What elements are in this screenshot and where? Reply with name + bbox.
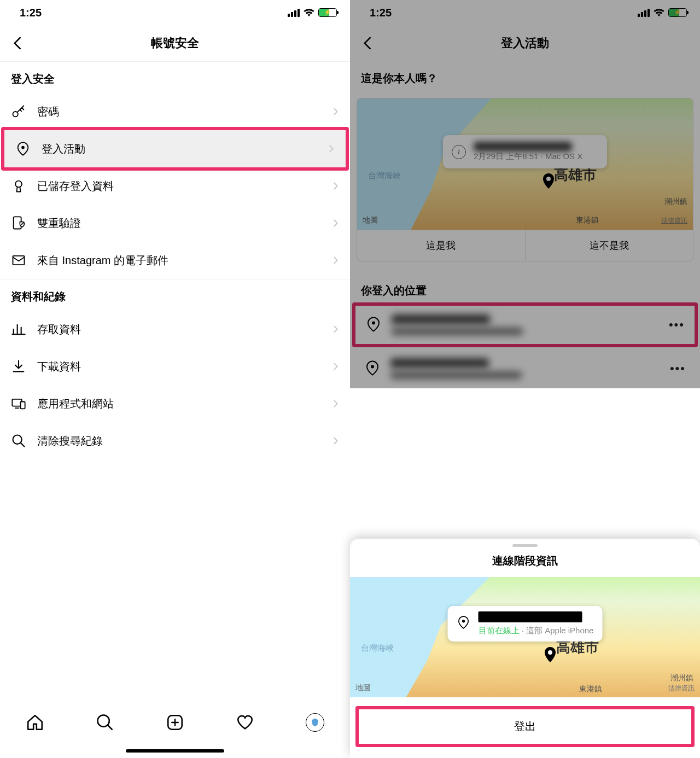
cellular-icon xyxy=(288,9,300,17)
svg-point-1 xyxy=(21,146,25,149)
profile-icon[interactable] xyxy=(306,713,324,732)
svg-point-10 xyxy=(546,177,551,181)
row-password[interactable]: 密碼 xyxy=(0,93,350,130)
devices-icon xyxy=(10,395,27,412)
label: 來自 Instagram 的電子郵件 xyxy=(37,253,320,268)
sea-label: 台灣海峽 xyxy=(368,171,401,181)
status-icons: ⚡ xyxy=(288,8,337,17)
login-time-device: 2月29日 上午8:51 · Mac OS X xyxy=(474,151,582,162)
sheet-handle[interactable] xyxy=(512,544,538,547)
session-status: 目前在線上 · 這部 Apple iPhone xyxy=(479,626,594,636)
online-status: 目前在線上 xyxy=(479,626,520,635)
chevron-right-icon xyxy=(330,255,340,265)
this-wasnt-me-button[interactable]: 這不是我 xyxy=(526,230,693,261)
is-this-you-title: 這是你本人嗎？ xyxy=(350,61,700,92)
redacted-detail xyxy=(390,371,522,379)
redacted-location xyxy=(474,142,572,151)
chevron-right-icon xyxy=(330,361,340,371)
status-bar: 1:25 ⚡ xyxy=(0,0,350,25)
add-post-icon[interactable] xyxy=(166,713,184,732)
svg-point-14 xyxy=(462,620,465,623)
back-icon[interactable] xyxy=(10,35,26,51)
chevron-right-icon xyxy=(326,144,336,154)
sea-label: 台灣海峽 xyxy=(361,643,394,654)
sheet-map[interactable]: 台灣海峽 高雄市 潮州鎮 東港鎮 地圖 法律資訊 目前在線上 · 這部 Appl… xyxy=(350,577,700,697)
session-info-sheet: 連線階段資訊 台灣海峽 高雄市 潮州鎮 東港鎮 地圖 法律資訊 目前在線上 · … xyxy=(350,539,700,758)
login-card: 台灣海峽 高雄市 潮州鎮 東港鎮 地圖 法律資訊 i 2月29日 上午8:51 … xyxy=(357,98,693,261)
svg-rect-4 xyxy=(13,256,25,265)
row-access-data[interactable]: 存取資料 xyxy=(0,311,350,348)
highlight-login-activity: 登入活動 xyxy=(1,127,349,171)
location-row[interactable]: ••• xyxy=(354,349,696,388)
redacted-location xyxy=(390,358,489,368)
wifi-icon xyxy=(303,8,315,17)
label: 已儲存登入資料 xyxy=(37,179,320,194)
login-info-bubble: i 2月29日 上午8:51 · Mac OS X xyxy=(443,135,607,168)
svg-point-11 xyxy=(372,322,375,325)
home-indicator xyxy=(126,749,224,753)
status-time: 1:25 xyxy=(370,7,392,19)
bar-chart-icon xyxy=(10,320,27,338)
svg-point-2 xyxy=(15,181,22,188)
town-label-1: 潮州鎮 xyxy=(664,197,687,207)
logout-button[interactable]: 登出 xyxy=(359,709,691,744)
search-icon xyxy=(10,432,27,450)
apple-maps-label: 地圖 xyxy=(363,215,378,225)
label: 清除搜尋紀錄 xyxy=(37,434,320,448)
chevron-right-icon xyxy=(330,107,340,116)
location-row[interactable]: ••• xyxy=(355,306,695,344)
more-dots-icon[interactable]: ••• xyxy=(670,361,686,376)
row-download-data[interactable]: 下載資料 xyxy=(0,348,350,385)
session-bubble: 目前在線上 · 這部 Apple iPhone xyxy=(448,606,603,642)
svg-point-12 xyxy=(371,365,374,369)
more-dots-icon[interactable]: ••• xyxy=(669,318,685,332)
redacted-detail xyxy=(392,328,523,335)
page-title: 帳號安全 xyxy=(151,35,199,51)
location-pin-icon xyxy=(457,615,471,632)
phone-shield-icon xyxy=(10,214,27,232)
battery-icon: ⚡ xyxy=(318,8,337,17)
redacted-location xyxy=(392,314,490,324)
legal-link[interactable]: 法律資訊 xyxy=(661,216,687,225)
chevron-right-icon xyxy=(330,218,340,228)
key-icon xyxy=(10,103,27,120)
highlight-location-row: ••• xyxy=(352,302,698,347)
status-icons: ⚡ xyxy=(638,8,687,17)
town-label-1: 潮州鎮 xyxy=(670,673,693,683)
home-icon[interactable] xyxy=(26,713,44,732)
cellular-icon xyxy=(638,9,650,17)
row-two-factor[interactable]: 雙重驗證 xyxy=(0,205,350,242)
chevron-right-icon xyxy=(330,436,340,446)
highlight-logout: 登出 xyxy=(355,706,695,747)
town-label-2: 東港鎮 xyxy=(579,684,602,694)
keyhole-icon xyxy=(10,177,27,195)
legal-link[interactable]: 法律資訊 xyxy=(668,684,695,693)
row-clear-search[interactable]: 清除搜尋紀錄 xyxy=(0,422,350,459)
this-was-me-button[interactable]: 這是我 xyxy=(357,230,526,261)
section-data-history: 資料和紀錄 xyxy=(0,279,350,311)
status-bar: 1:25 ⚡ xyxy=(350,0,700,25)
heart-icon[interactable] xyxy=(236,713,254,732)
page-title: 登入活動 xyxy=(501,35,549,51)
back-icon[interactable] xyxy=(360,35,376,51)
status-time: 1:25 xyxy=(20,7,42,19)
row-login-activity[interactable]: 登入活動 xyxy=(4,130,346,167)
label: 雙重驗證 xyxy=(37,216,320,231)
device-name: · 這部 Apple iPhone xyxy=(520,626,594,635)
row-apps-websites[interactable]: 應用程式和網站 xyxy=(0,385,350,422)
redacted-location xyxy=(479,611,582,622)
town-label-2: 東港鎮 xyxy=(576,215,599,225)
sheet-title: 連線階段資訊 xyxy=(350,549,700,577)
map[interactable]: 台灣海峽 高雄市 潮州鎮 東港鎮 地圖 法律資訊 i 2月29日 上午8:51 … xyxy=(357,98,693,230)
map-pin-icon xyxy=(542,173,555,190)
label: 存取資料 xyxy=(37,322,320,337)
chevron-right-icon xyxy=(330,399,340,409)
row-saved-login[interactable]: 已儲存登入資料 xyxy=(0,167,350,205)
chevron-right-icon xyxy=(330,324,340,334)
location-pin-icon xyxy=(364,360,382,377)
row-emails-from-instagram[interactable]: 來自 Instagram 的電子郵件 xyxy=(0,242,350,279)
label: 下載資料 xyxy=(37,359,320,374)
label: 密碼 xyxy=(37,104,320,119)
svg-rect-6 xyxy=(21,402,25,409)
search-tab-icon[interactable] xyxy=(96,713,114,732)
